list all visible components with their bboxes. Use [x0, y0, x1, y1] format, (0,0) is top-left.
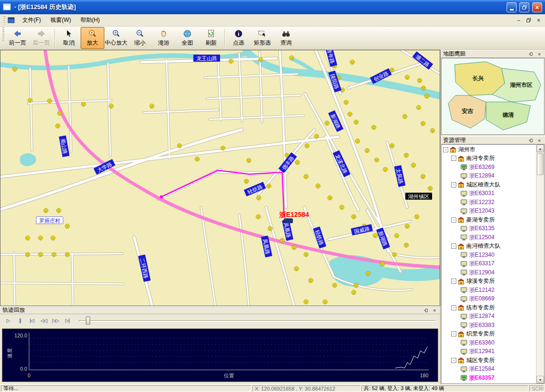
poi-smiley-marker[interactable]	[351, 290, 356, 295]
eagle-pin-button[interactable]	[527, 51, 534, 57]
collapse-toggle[interactable]: -	[451, 331, 456, 336]
poi-smiley-marker[interactable]	[55, 124, 60, 128]
tree-vehicle[interactable]: 浙E12043	[442, 207, 536, 216]
poi-smiley-marker[interactable]	[292, 245, 296, 250]
tree-vehicle[interactable]: 浙E63357	[442, 373, 536, 383]
poi-smiley-marker[interactable]	[354, 120, 358, 124]
tree-vehicle[interactable]: 浙E12941	[442, 347, 536, 356]
collapse-toggle[interactable]: -	[451, 217, 456, 223]
tree-vehicle[interactable]: 浙E12142	[442, 286, 536, 295]
tree-vehicle[interactable]: 浙E12874	[442, 312, 536, 321]
collapse-toggle[interactable]: -	[451, 279, 456, 284]
poi-smiley-marker[interactable]	[392, 252, 397, 257]
poi-smiley-marker[interactable]	[28, 98, 32, 103]
poi-smiley-marker[interactable]	[351, 215, 356, 219]
poi-smiley-marker[interactable]	[52, 252, 56, 257]
minimize-button[interactable]	[507, 2, 517, 12]
poi-smiley-marker[interactable]	[44, 208, 48, 213]
resource-close-button[interactable]: ×	[536, 137, 543, 143]
poi-smiley-marker[interactable]	[405, 224, 409, 228]
toolbar-pan-button[interactable]: 漫游	[152, 27, 176, 49]
poi-smiley-marker[interactable]	[309, 279, 313, 283]
poi-smiley-marker[interactable]	[390, 68, 394, 72]
poi-smiley-marker[interactable]	[372, 125, 376, 130]
tree-vehicle[interactable]: 浙E12340	[442, 251, 536, 260]
collapse-toggle[interactable]: -	[451, 156, 456, 161]
poi-smiley-marker[interactable]	[430, 129, 434, 133]
poi-smiley-marker[interactable]	[328, 196, 332, 200]
eagle-eye-map[interactable]: 长兴湖州市区安吉德清	[441, 58, 545, 135]
poi-smiley-marker[interactable]	[428, 186, 432, 190]
poi-smiley-marker[interactable]	[51, 236, 55, 240]
child-close-button[interactable]: ×	[534, 16, 543, 24]
toolbar-grip-handle[interactable]	[2, 27, 4, 42]
poi-smiley-marker[interactable]	[404, 153, 408, 158]
child-minimize-button[interactable]: −	[514, 16, 523, 24]
poi-smiley-marker[interactable]	[375, 158, 379, 162]
tree-scrollbar[interactable]: ▲ ▼	[536, 145, 544, 383]
poi-smiley-marker[interactable]	[247, 159, 251, 163]
poi-smiley-marker[interactable]	[416, 105, 421, 110]
scroll-down-button[interactable]: ▼	[536, 376, 544, 383]
tree-vehicle[interactable]: 浙E12504	[442, 233, 536, 242]
toolbar-refresh-button[interactable]: 刷新	[199, 27, 223, 49]
poi-smiley-marker[interactable]	[373, 233, 378, 238]
tree-root-city[interactable]: -湖州市	[442, 145, 536, 154]
menu-file[interactable]: 文件(F)	[18, 15, 45, 26]
poi-smiley-marker[interactable]	[26, 252, 30, 257]
poi-smiley-marker[interactable]	[305, 144, 309, 148]
eagle-close-button[interactable]: ×	[536, 51, 543, 57]
poi-smiley-marker[interactable]	[82, 102, 86, 106]
slider-thumb[interactable]	[86, 317, 90, 325]
tree-vehicle[interactable]: 浙E12232	[442, 198, 536, 207]
poi-smiley-marker[interactable]	[355, 139, 360, 143]
poi-smiley-marker[interactable]	[403, 114, 407, 119]
toolbar-prev-page-button[interactable]: 前一页	[6, 27, 29, 49]
poi-smiley-marker[interactable]	[38, 236, 43, 240]
scrollbar-thumb[interactable]	[537, 153, 544, 175]
collapse-toggle[interactable]: -	[451, 358, 456, 363]
toolbar-zoom-center-button[interactable]: 中心放大	[104, 27, 128, 49]
poi-smiley-marker[interactable]	[390, 144, 394, 148]
collapse-toggle[interactable]: -	[451, 182, 456, 187]
scroll-up-button[interactable]: ▲	[536, 145, 544, 152]
tree-group[interactable]: -菱湖专卖所	[442, 215, 536, 224]
poi-smiley-marker[interactable]	[417, 78, 422, 83]
tree-vehicle[interactable]: 浙E09387	[442, 383, 536, 384]
toolbar-zoom-out-button[interactable]: 缩小	[128, 27, 152, 49]
poi-smiley-marker[interactable]	[415, 215, 419, 219]
poi-smiley-marker[interactable]	[38, 252, 43, 257]
collapse-toggle[interactable]: -	[451, 243, 456, 249]
tree-vehicle[interactable]: 浙E12904	[442, 268, 536, 277]
playback-fast-forward-button[interactable]: ▷▷	[50, 316, 61, 326]
tree-vehicle[interactable]: 浙E63031	[442, 189, 536, 198]
poi-smiley-marker[interactable]	[177, 144, 182, 148]
poi-smiley-marker[interactable]	[296, 160, 300, 165]
tree-vehicle[interactable]: 浙E08669	[442, 295, 536, 304]
restore-button[interactable]	[519, 2, 529, 12]
poi-smiley-marker[interactable]	[411, 163, 416, 168]
playback-slider[interactable]	[79, 316, 437, 326]
menu-help[interactable]: 帮助(H)	[76, 15, 104, 26]
poi-smiley-marker[interactable]	[421, 121, 425, 126]
poi-smiley-marker[interactable]	[65, 252, 69, 257]
toolbar-full-map-button[interactable]: 全图	[176, 27, 199, 49]
tree-vehicle[interactable]: 浙E63317	[442, 260, 536, 269]
poi-smiley-marker[interactable]	[257, 196, 261, 200]
tree-vehicle[interactable]: 浙E63360	[442, 338, 536, 347]
poi-smiley-marker[interactable]	[421, 86, 425, 90]
poi-smiley-marker[interactable]	[56, 208, 61, 213]
poi-smiley-marker[interactable]	[267, 184, 271, 188]
poi-smiley-marker[interactable]	[354, 283, 358, 288]
tree-vehicle[interactable]: 浙E12894	[442, 172, 536, 181]
playback-play-button[interactable]: ▷	[3, 316, 13, 326]
poi-smiley-marker[interactable]	[380, 262, 385, 266]
collapse-toggle[interactable]: -	[443, 147, 448, 152]
poi-smiley-marker[interactable]	[295, 267, 299, 271]
menubar-grip-handle[interactable]	[3, 16, 5, 25]
poi-smiley-marker[interactable]	[304, 300, 308, 304]
poi-smiley-marker[interactable]	[65, 224, 69, 228]
poi-smiley-marker[interactable]	[350, 60, 354, 64]
playback-rewind-button[interactable]: ◁◁	[38, 316, 49, 326]
poi-smiley-marker[interactable]	[325, 121, 329, 125]
